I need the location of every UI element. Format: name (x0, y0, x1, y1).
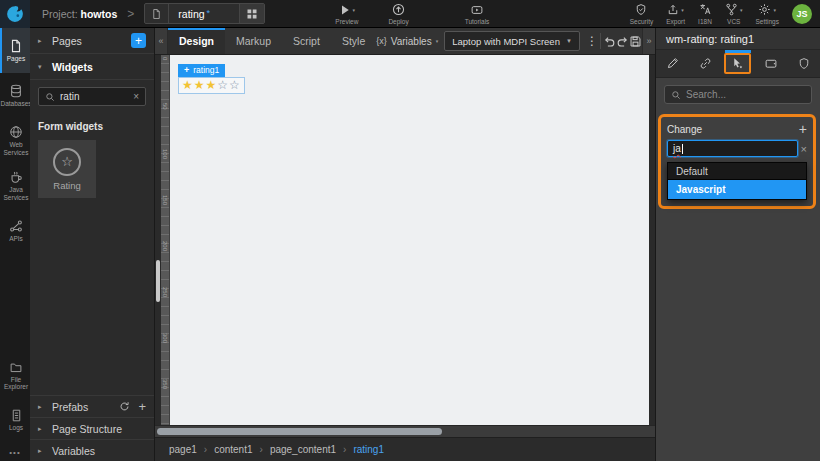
tab-design[interactable]: Design (168, 28, 225, 54)
breadcrumb-page1[interactable]: page1 (169, 444, 197, 455)
search-value: ratin (60, 91, 128, 102)
undo-button[interactable] (603, 28, 616, 54)
scrollbar-thumb[interactable] (157, 428, 442, 435)
page-name: rating* (169, 8, 239, 20)
prefabs-section-header[interactable]: ▸ Prefabs + (30, 395, 154, 417)
page-structure-section-header[interactable]: ▸ Page Structure (30, 417, 154, 439)
export-button[interactable]: ▾ Export (666, 3, 685, 25)
translate-icon (698, 3, 712, 16)
star-filled-icon: ★ (206, 78, 218, 92)
remove-event-icon[interactable]: × (801, 143, 807, 155)
play-icon (339, 4, 351, 16)
tab-security[interactable] (787, 50, 820, 77)
pencil-icon (666, 57, 679, 70)
rail-more-button[interactable]: ••• (0, 443, 30, 461)
collapsed-arrow-icon: ▸ (38, 425, 46, 433)
right-gutter (649, 55, 655, 425)
security-button[interactable]: Security (630, 3, 653, 25)
tab-events[interactable] (722, 50, 755, 77)
tab-markup[interactable]: Markup (225, 28, 282, 54)
tab-styles[interactable] (656, 50, 689, 77)
canvas-more-menu[interactable]: ⋮ (586, 28, 598, 54)
rating-stars[interactable]: ★★★☆☆ (178, 77, 245, 94)
breadcrumb-page-content1[interactable]: page_content1 (270, 444, 336, 455)
redo-button[interactable] (616, 28, 629, 54)
rail-item-apis[interactable]: APIs (0, 208, 30, 253)
rail-item-pages[interactable]: Pages (0, 28, 30, 73)
vcs-button[interactable]: ▾ VCS (725, 3, 743, 25)
device-selector[interactable]: Laptop with MDPI Screen ▼ (444, 31, 580, 51)
tab-properties[interactable] (689, 50, 722, 77)
design-canvas[interactable]: + rating1 ★★★☆☆ (170, 55, 649, 425)
tab-style[interactable]: Style (331, 28, 376, 54)
main-area: Pages Databases Web Services Java Servic… (0, 28, 820, 461)
pages-grid-icon[interactable] (239, 4, 264, 23)
search-icon (45, 92, 55, 102)
vertical-ruler: 0 50 100 150 200 250 300 350 (161, 55, 170, 425)
change-event-input[interactable]: ja (667, 140, 798, 157)
option-javascript[interactable]: Javascript (668, 180, 806, 199)
splitter-drag-handle[interactable] (156, 260, 160, 302)
project-name: howtos (81, 8, 118, 20)
settings-button[interactable]: ▾ Settings (756, 3, 780, 25)
tab-script[interactable]: Script (282, 28, 331, 54)
add-prefab-button[interactable]: + (138, 399, 146, 414)
breadcrumb-content1[interactable]: content1 (214, 444, 252, 455)
widget-search-input[interactable]: ratin × (38, 87, 146, 106)
horizontal-scrollbar[interactable] (155, 425, 655, 437)
star-empty-icon: ☆ (229, 78, 241, 92)
rail-item-web-services[interactable]: Web Services (0, 118, 30, 163)
annotation-highlight-box: Change + ja × Default Javascript (658, 114, 816, 209)
folder-icon (9, 361, 23, 374)
wavemaker-logo[interactable] (0, 0, 30, 28)
page-selector[interactable]: rating* (144, 3, 265, 24)
change-event-row: Change + (667, 122, 807, 136)
deploy-button[interactable]: Deploy (388, 3, 408, 25)
deploy-icon (392, 3, 405, 16)
rail-spacer (0, 253, 30, 353)
clear-search-icon[interactable]: × (133, 91, 139, 102)
rail-item-databases[interactable]: Databases (0, 73, 30, 118)
pages-panel: ▸ Pages + ▾ Widgets ratin × Form widgets… (30, 28, 155, 461)
rail-item-java-services[interactable]: Java Services (0, 163, 30, 208)
breadcrumb-rating1[interactable]: rating1 (353, 444, 384, 455)
rating-widget-tile[interactable]: ☆ Rating (38, 140, 96, 198)
i18n-button[interactable]: I18N (698, 3, 712, 25)
variables-dropdown[interactable]: {x} Variables ▾ (376, 28, 438, 54)
widget-selection-label[interactable]: + rating1 (178, 64, 225, 77)
option-default[interactable]: Default (668, 163, 806, 180)
pages-section-header[interactable]: ▸ Pages + (30, 28, 154, 54)
refresh-icon (119, 401, 130, 412)
rail-item-file-explorer[interactable]: File Explorer (0, 353, 30, 398)
preview-button[interactable]: ▾ Preview (335, 3, 358, 25)
collapse-left-panel-button[interactable]: « (155, 28, 168, 54)
star-filled-icon: ★ (194, 78, 206, 92)
element-breadcrumb: page1 › content1 › page_content1 › ratin… (155, 437, 655, 461)
add-event-button[interactable]: + (799, 122, 807, 136)
add-page-button[interactable]: + (131, 33, 146, 48)
inspector-title: wm-rating: rating1 (656, 28, 820, 50)
redo-icon (616, 35, 629, 48)
save-button[interactable] (629, 28, 642, 54)
user-avatar[interactable]: JS (792, 4, 812, 24)
branch-icon (725, 3, 738, 16)
expanded-arrow-icon: ▾ (38, 63, 46, 71)
chevron-down-icon: ▾ (681, 7, 684, 13)
property-search-input[interactable]: Search... (664, 85, 812, 104)
rating-widget-selected[interactable]: + rating1 ★★★☆☆ (178, 59, 245, 94)
video-icon (470, 4, 484, 16)
collapsed-arrow-icon: ▸ (38, 37, 46, 45)
variables-icon: {x} (376, 36, 387, 46)
collapse-right-panel-button[interactable]: » (642, 28, 655, 54)
undo-icon (603, 35, 616, 48)
rail-item-logs[interactable]: Logs (0, 398, 30, 443)
globe-icon (9, 125, 23, 139)
api-nodes-icon (9, 219, 23, 233)
widgets-section-header[interactable]: ▾ Widgets (30, 54, 154, 80)
tab-device[interactable] (754, 50, 787, 77)
star-filled-icon: ★ (182, 78, 194, 92)
move-icon: + (184, 65, 189, 75)
tutorials-button[interactable]: Tutorials (465, 3, 490, 25)
variables-section-header[interactable]: ▸ Variables (30, 439, 154, 461)
breadcrumb-separator: › (204, 444, 207, 455)
